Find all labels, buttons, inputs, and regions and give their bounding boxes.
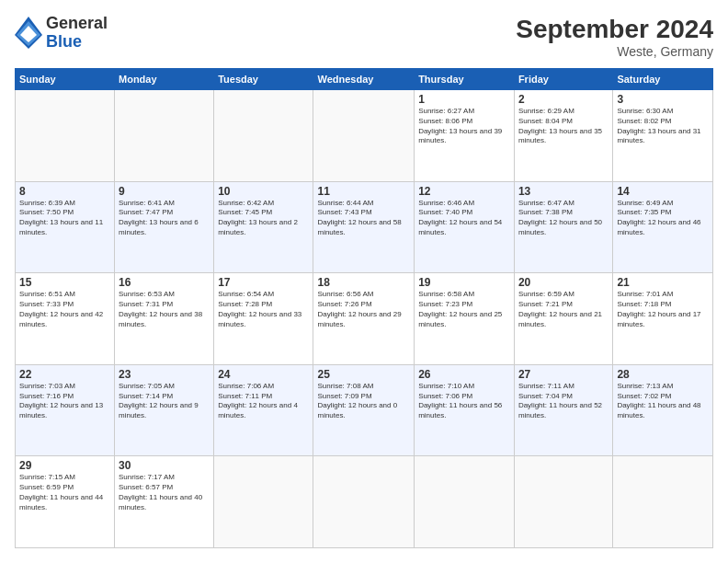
day-info: Sunrise: 6:42 AMSunset: 7:45 PMDaylight:… [218, 199, 309, 238]
table-row: 27Sunrise: 7:11 AMSunset: 7:04 PMDayligh… [514, 364, 612, 456]
day-info: Sunrise: 7:08 AMSunset: 7:09 PMDaylight:… [317, 382, 410, 421]
logo-icon [15, 17, 42, 49]
day-number: 13 [518, 185, 609, 198]
table-row: 30Sunrise: 7:17 AMSunset: 6:57 PMDayligh… [115, 456, 214, 548]
day-info: Sunrise: 7:13 AMSunset: 7:02 PMDaylight:… [617, 382, 709, 421]
col-tuesday: Tuesday [214, 69, 313, 90]
day-number: 2 [518, 93, 609, 106]
calendar-week-1: 8Sunrise: 6:39 AMSunset: 7:50 PMDaylight… [16, 181, 713, 273]
day-info: Sunrise: 6:41 AMSunset: 7:47 PMDaylight:… [119, 199, 210, 238]
table-row: 13Sunrise: 6:47 AMSunset: 7:38 PMDayligh… [514, 181, 612, 273]
page: General Blue September 2024 Weste, Germa… [0, 0, 728, 563]
table-row [214, 90, 313, 182]
day-number: 16 [119, 276, 210, 289]
col-thursday: Thursday [415, 69, 515, 90]
day-number: 8 [19, 185, 110, 198]
day-number: 28 [617, 368, 709, 381]
day-info: Sunrise: 6:53 AMSunset: 7:31 PMDaylight:… [119, 290, 210, 329]
day-number: 26 [418, 368, 510, 381]
day-info: Sunrise: 6:46 AMSunset: 7:40 PMDaylight:… [418, 199, 510, 238]
col-saturday: Saturday [613, 69, 713, 90]
day-number: 24 [218, 368, 309, 381]
day-number: 21 [617, 276, 709, 289]
title-area: September 2024 Weste, Germany [516, 15, 713, 59]
day-info: Sunrise: 7:15 AMSunset: 6:59 PMDaylight:… [19, 473, 110, 512]
col-wednesday: Wednesday [313, 69, 415, 90]
table-row: 1Sunrise: 6:27 AMSunset: 8:06 PMDaylight… [415, 90, 515, 182]
calendar-week-2: 15Sunrise: 6:51 AMSunset: 7:33 PMDayligh… [16, 273, 713, 365]
day-info: Sunrise: 6:39 AMSunset: 7:50 PMDaylight:… [19, 199, 110, 238]
day-info: Sunrise: 6:27 AMSunset: 8:06 PMDaylight:… [418, 107, 510, 146]
calendar-week-0: 1Sunrise: 6:27 AMSunset: 8:06 PMDaylight… [16, 90, 713, 182]
logo: General Blue [15, 15, 108, 52]
table-row [313, 456, 415, 548]
day-number: 17 [218, 276, 309, 289]
table-row [214, 456, 313, 548]
calendar-week-4: 29Sunrise: 7:15 AMSunset: 6:59 PMDayligh… [16, 456, 713, 548]
day-number: 30 [119, 459, 210, 472]
col-sunday: Sunday [16, 69, 115, 90]
day-number: 15 [19, 276, 110, 289]
day-info: Sunrise: 7:17 AMSunset: 6:57 PMDaylight:… [119, 473, 210, 512]
table-row [313, 90, 415, 182]
day-number: 10 [218, 185, 309, 198]
table-row: 11Sunrise: 6:44 AMSunset: 7:43 PMDayligh… [313, 181, 415, 273]
table-row: 2Sunrise: 6:29 AMSunset: 8:04 PMDaylight… [514, 90, 612, 182]
day-number: 23 [119, 368, 210, 381]
table-row [514, 456, 612, 548]
day-number: 1 [418, 93, 510, 106]
calendar-week-3: 22Sunrise: 7:03 AMSunset: 7:16 PMDayligh… [16, 364, 713, 456]
calendar-header-row: Sunday Monday Tuesday Wednesday Thursday… [16, 69, 713, 90]
table-row: 14Sunrise: 6:49 AMSunset: 7:35 PMDayligh… [613, 181, 713, 273]
day-info: Sunrise: 6:54 AMSunset: 7:28 PMDaylight:… [218, 290, 309, 329]
table-row: 22Sunrise: 7:03 AMSunset: 7:16 PMDayligh… [16, 364, 115, 456]
table-row: 19Sunrise: 6:58 AMSunset: 7:23 PMDayligh… [415, 273, 515, 365]
header: General Blue September 2024 Weste, Germa… [15, 15, 713, 59]
day-info: Sunrise: 6:30 AMSunset: 8:02 PMDaylight:… [617, 107, 709, 146]
day-number: 3 [617, 93, 709, 106]
day-info: Sunrise: 7:05 AMSunset: 7:14 PMDaylight:… [119, 382, 210, 421]
day-number: 12 [418, 185, 510, 198]
month-title: September 2024 [516, 15, 713, 44]
day-info: Sunrise: 6:44 AMSunset: 7:43 PMDaylight:… [317, 199, 410, 238]
day-info: Sunrise: 6:59 AMSunset: 7:21 PMDaylight:… [518, 290, 609, 329]
table-row [115, 90, 214, 182]
table-row [16, 90, 115, 182]
day-info: Sunrise: 7:01 AMSunset: 7:18 PMDaylight:… [617, 290, 709, 329]
table-row [613, 456, 713, 548]
day-info: Sunrise: 7:11 AMSunset: 7:04 PMDaylight:… [518, 382, 609, 421]
table-row: 24Sunrise: 7:06 AMSunset: 7:11 PMDayligh… [214, 364, 313, 456]
day-info: Sunrise: 7:03 AMSunset: 7:16 PMDaylight:… [19, 382, 110, 421]
table-row: 28Sunrise: 7:13 AMSunset: 7:02 PMDayligh… [613, 364, 713, 456]
table-row: 16Sunrise: 6:53 AMSunset: 7:31 PMDayligh… [115, 273, 214, 365]
day-number: 25 [317, 368, 410, 381]
table-row: 26Sunrise: 7:10 AMSunset: 7:06 PMDayligh… [415, 364, 515, 456]
table-row: 18Sunrise: 6:56 AMSunset: 7:26 PMDayligh… [313, 273, 415, 365]
day-number: 27 [518, 368, 609, 381]
day-number: 11 [317, 185, 410, 198]
day-number: 9 [119, 185, 210, 198]
col-monday: Monday [115, 69, 214, 90]
location: Weste, Germany [516, 44, 713, 59]
day-info: Sunrise: 7:10 AMSunset: 7:06 PMDaylight:… [418, 382, 510, 421]
day-info: Sunrise: 6:56 AMSunset: 7:26 PMDaylight:… [317, 290, 410, 329]
table-row [415, 456, 515, 548]
calendar: Sunday Monday Tuesday Wednesday Thursday… [15, 68, 713, 548]
logo-line2: Blue [46, 33, 108, 52]
table-row: 25Sunrise: 7:08 AMSunset: 7:09 PMDayligh… [313, 364, 415, 456]
day-info: Sunrise: 6:58 AMSunset: 7:23 PMDaylight:… [418, 290, 510, 329]
table-row: 21Sunrise: 7:01 AMSunset: 7:18 PMDayligh… [613, 273, 713, 365]
day-number: 29 [19, 459, 110, 472]
logo-line1: General [46, 15, 108, 33]
day-number: 19 [418, 276, 510, 289]
table-row: 3Sunrise: 6:30 AMSunset: 8:02 PMDaylight… [613, 90, 713, 182]
table-row: 29Sunrise: 7:15 AMSunset: 6:59 PMDayligh… [16, 456, 115, 548]
day-number: 14 [617, 185, 709, 198]
table-row: 15Sunrise: 6:51 AMSunset: 7:33 PMDayligh… [16, 273, 115, 365]
day-info: Sunrise: 6:49 AMSunset: 7:35 PMDaylight:… [617, 199, 709, 238]
table-row: 17Sunrise: 6:54 AMSunset: 7:28 PMDayligh… [214, 273, 313, 365]
table-row: 23Sunrise: 7:05 AMSunset: 7:14 PMDayligh… [115, 364, 214, 456]
day-info: Sunrise: 6:47 AMSunset: 7:38 PMDaylight:… [518, 199, 609, 238]
table-row: 9Sunrise: 6:41 AMSunset: 7:47 PMDaylight… [115, 181, 214, 273]
table-row: 20Sunrise: 6:59 AMSunset: 7:21 PMDayligh… [514, 273, 612, 365]
